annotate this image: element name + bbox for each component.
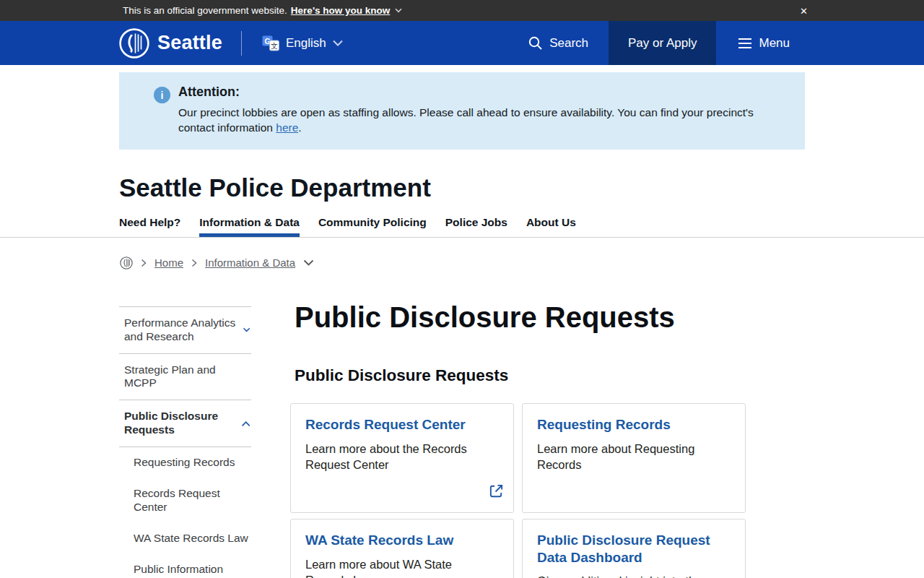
sidebar-subitem-wa-state-records-law[interactable]: WA State Records Law: [119, 523, 251, 554]
card-records-request-center[interactable]: Records Request Center Learn more about …: [290, 403, 514, 513]
search-label: Search: [549, 36, 588, 51]
sidebar-subitem-requesting-records[interactable]: Requesting Records: [119, 447, 251, 478]
breadcrumb-home-icon[interactable]: [120, 256, 133, 269]
sidebar-item-performance-analytics[interactable]: Performance Analytics and Research: [119, 306, 251, 353]
breadcrumb-information-data[interactable]: Information & Data: [205, 256, 295, 269]
translate-icon: G 文: [262, 35, 279, 51]
card-body: Learn more about WA State Records Law: [305, 557, 499, 578]
info-icon: i: [154, 87, 170, 103]
card-body: Gives additional insight into the: [537, 574, 731, 578]
chevron-right-icon: [191, 259, 197, 267]
card-body: Learn more about the Records Request Cen…: [305, 441, 499, 473]
card-title: WA State Records Law: [305, 532, 499, 549]
language-selector[interactable]: G 文 English: [258, 34, 347, 52]
sidebar-item-label: Public Disclosure Requests: [124, 410, 236, 437]
nav-need-help[interactable]: Need Help?: [119, 216, 180, 237]
header-divider: [241, 31, 242, 56]
attention-body: Our precinct lobbies are open as staffin…: [178, 105, 770, 136]
chevron-down-icon: [243, 327, 250, 333]
nav-community-policing[interactable]: Community Policing: [318, 216, 427, 237]
search-button[interactable]: Search: [523, 35, 593, 51]
site-header: Seattle G 文 English Search Pay or Apply …: [0, 21, 924, 65]
card-public-disclosure-request-data-dashboard[interactable]: Public Disclosure Request Data Dashboard…: [522, 519, 746, 578]
chevron-down-icon: [333, 40, 343, 46]
gov-banner-text: This is an official government website.: [123, 5, 287, 16]
card-body: Learn more about Requesting Records: [537, 441, 731, 473]
attention-text: Our precinct lobbies are open as staffin…: [178, 106, 754, 134]
language-label: English: [286, 36, 326, 51]
primary-nav: Need Help? Information & Data Community …: [0, 216, 924, 238]
search-icon: [528, 35, 543, 51]
section-title: Public Disclosure Requests: [295, 366, 746, 385]
svg-text:文: 文: [271, 42, 278, 50]
sidebar-subitem-records-request-center[interactable]: Records Request Center: [119, 478, 251, 523]
seattle-home-link[interactable]: Seattle: [119, 28, 222, 59]
brand-name: Seattle: [157, 32, 222, 54]
seattle-logo-icon: [119, 28, 149, 59]
attention-title: Attention:: [178, 85, 770, 100]
content-area: Performance Analytics and Research Strat…: [119, 306, 924, 578]
chevron-up-icon: [242, 420, 250, 427]
sidebar-subitem-public-information-online[interactable]: Public Information Online: [119, 554, 251, 578]
department-title: Seattle Police Department: [119, 173, 924, 202]
external-link-icon: [488, 483, 505, 499]
card-requesting-records[interactable]: Requesting Records Learn more about Requ…: [522, 403, 746, 513]
main-content: Public Disclosure Requests Public Disclo…: [290, 306, 746, 578]
chevron-down-icon: [395, 8, 402, 13]
card-title: Requesting Records: [537, 416, 731, 434]
nav-police-jobs[interactable]: Police Jobs: [445, 216, 507, 237]
attention-banner: i Attention: Our precinct lobbies are op…: [119, 72, 805, 150]
sidebar-item-label: Strategic Plan and MCPP: [124, 363, 250, 391]
chevron-down-icon[interactable]: [303, 259, 314, 266]
nav-about-us[interactable]: About Us: [526, 216, 576, 237]
sidebar-item-label: Performance Analytics and Research: [124, 316, 237, 344]
how-you-know-link[interactable]: Here's how you know: [291, 5, 403, 16]
card-grid: Records Request Center Learn more about …: [290, 403, 746, 578]
sidebar-item-strategic-plan[interactable]: Strategic Plan and MCPP: [119, 353, 251, 400]
hamburger-icon: [738, 38, 752, 49]
breadcrumb: Home Information & Data: [120, 256, 924, 269]
card-title: Public Disclosure Request Data Dashboard: [537, 532, 731, 566]
page-title: Public Disclosure Requests: [295, 302, 746, 333]
menu-button[interactable]: Menu: [733, 35, 794, 51]
sidebar-sublist: Requesting Records Records Request Cente…: [119, 447, 251, 578]
seattle-emblem-icon: [120, 256, 133, 269]
gov-banner: This is an official government website. …: [0, 0, 924, 21]
nav-information-data[interactable]: Information & Data: [199, 216, 300, 237]
chevron-right-icon: [141, 259, 147, 267]
how-you-know-label: Here's how you know: [291, 5, 391, 16]
menu-label: Menu: [759, 36, 790, 51]
pay-or-apply-button[interactable]: Pay or Apply: [609, 21, 716, 65]
attention-suffix: .: [298, 121, 301, 134]
sidebar-item-public-disclosure[interactable]: Public Disclosure Requests: [119, 400, 251, 447]
breadcrumb-home[interactable]: Home: [154, 256, 183, 269]
precinct-contact-link[interactable]: here: [276, 121, 298, 134]
section-sidebar: Performance Analytics and Research Strat…: [119, 306, 251, 578]
close-icon[interactable]: ✕: [798, 4, 810, 17]
card-wa-state-records-law[interactable]: WA State Records Law Learn more about WA…: [290, 519, 514, 578]
card-title: Records Request Center: [305, 416, 499, 434]
